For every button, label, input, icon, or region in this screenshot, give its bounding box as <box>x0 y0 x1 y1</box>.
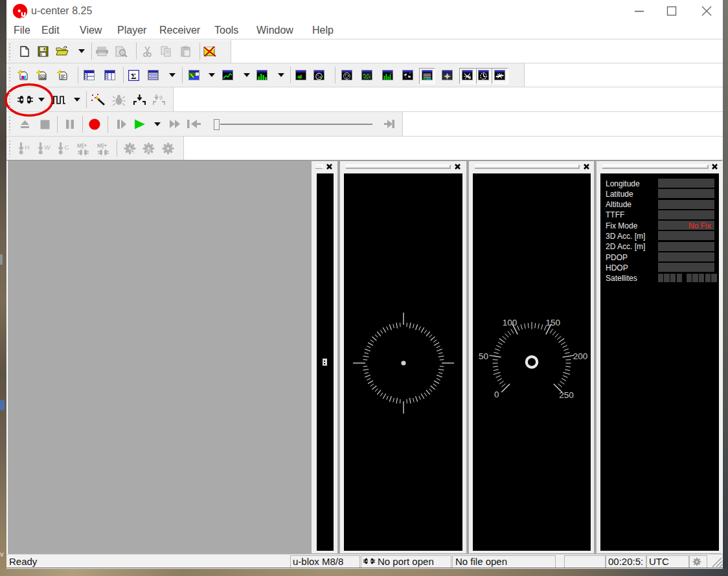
svg-text:W: W <box>45 144 51 151</box>
svg-text:50: 50 <box>479 351 488 361</box>
svg-text:Σ: Σ <box>131 71 137 80</box>
svg-text:9: 9 <box>159 94 163 101</box>
svg-text:C: C <box>65 144 69 151</box>
svg-text:100: 100 <box>503 318 518 327</box>
svg-text:250: 250 <box>559 390 574 400</box>
svg-text:200: 200 <box>573 351 588 361</box>
svg-text:0: 0 <box>494 390 499 399</box>
svg-text:H: H <box>25 144 30 151</box>
svg-text:M|+: M|+ <box>97 142 107 149</box>
svg-text:M|+: M|+ <box>77 142 87 149</box>
svg-text:150: 150 <box>546 318 561 327</box>
svg-text:01: 01 <box>41 75 45 79</box>
